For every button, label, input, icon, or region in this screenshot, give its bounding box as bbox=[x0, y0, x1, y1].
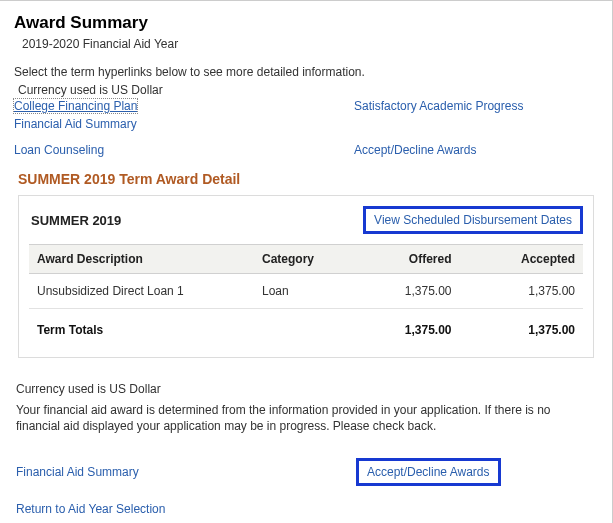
currency-label-top: Currency used is US Dollar bbox=[18, 83, 598, 97]
col-category: Category bbox=[254, 245, 349, 274]
accept-decline-link-top[interactable]: Accept/Decline Awards bbox=[354, 143, 598, 157]
accept-decline-link-bottom[interactable]: Accept/Decline Awards bbox=[367, 465, 490, 479]
instructions-text: Select the term hyperlinks below to see … bbox=[14, 65, 598, 79]
view-disbursement-highlight: View Scheduled Disbursement Dates bbox=[363, 206, 583, 234]
financial-aid-summary-link-bottom[interactable]: Financial Aid Summary bbox=[16, 465, 356, 479]
term-detail-heading: SUMMER 2019 Term Award Detail bbox=[18, 171, 598, 187]
page-title: Award Summary bbox=[14, 13, 598, 33]
footer-explanation-text: Your financial aid award is determined f… bbox=[16, 402, 592, 434]
cell-award-description: Unsubsidized Direct Loan 1 bbox=[29, 274, 254, 309]
col-award-description: Award Description bbox=[29, 245, 254, 274]
cell-accepted: 1,375.00 bbox=[460, 274, 583, 309]
totals-label: Term Totals bbox=[29, 309, 254, 344]
col-accepted: Accepted bbox=[460, 245, 583, 274]
table-row: Unsubsidized Direct Loan 1 Loan 1,375.00… bbox=[29, 274, 583, 309]
aid-year-subtitle: 2019-2020 Financial Aid Year bbox=[22, 37, 598, 51]
link-grid-top: College Financing Plan Satisfactory Acad… bbox=[14, 99, 598, 157]
term-panel-header: SUMMER 2019 View Scheduled Disbursement … bbox=[29, 206, 583, 234]
view-disbursement-link[interactable]: View Scheduled Disbursement Dates bbox=[374, 213, 572, 227]
accept-decline-highlight: Accept/Decline Awards bbox=[356, 458, 501, 486]
totals-offered: 1,375.00 bbox=[349, 309, 460, 344]
col-offered: Offered bbox=[349, 245, 460, 274]
college-financing-plan-link[interactable]: College Financing Plan bbox=[14, 99, 137, 113]
term-panel: SUMMER 2019 View Scheduled Disbursement … bbox=[18, 195, 594, 358]
satisfactory-progress-link[interactable]: Satisfactory Academic Progress bbox=[354, 99, 598, 113]
table-totals-row: Term Totals 1,375.00 1,375.00 bbox=[29, 309, 583, 344]
cell-category: Loan bbox=[254, 274, 349, 309]
footer-link-row: Financial Aid Summary Accept/Decline Awa… bbox=[16, 458, 598, 486]
term-name-label: SUMMER 2019 bbox=[29, 213, 121, 228]
cell-offered: 1,375.00 bbox=[349, 274, 460, 309]
return-aid-year-link[interactable]: Return to Aid Year Selection bbox=[16, 502, 165, 516]
totals-accepted: 1,375.00 bbox=[460, 309, 583, 344]
totals-blank bbox=[254, 309, 349, 344]
awards-table: Award Description Category Offered Accep… bbox=[29, 244, 583, 343]
loan-counseling-link[interactable]: Loan Counseling bbox=[14, 143, 354, 157]
table-header-row: Award Description Category Offered Accep… bbox=[29, 245, 583, 274]
currency-label-bottom: Currency used is US Dollar bbox=[16, 382, 598, 396]
financial-aid-summary-link-top[interactable]: Financial Aid Summary bbox=[14, 117, 354, 131]
